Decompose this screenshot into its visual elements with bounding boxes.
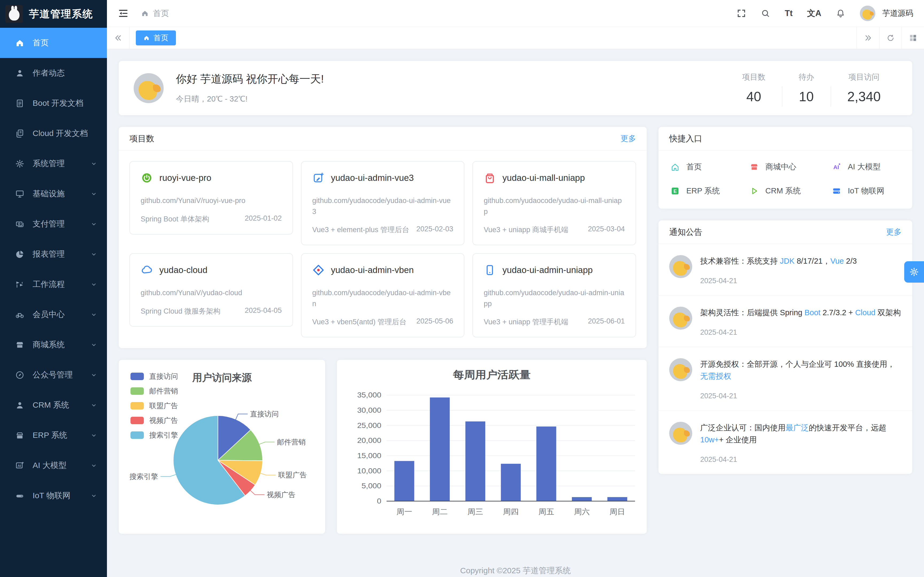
quick-entry-iot[interactable]: IoT 物联网	[832, 185, 900, 196]
quick-entry-erp[interactable]: EERP 系统	[670, 185, 750, 196]
layout-grid-button[interactable]	[901, 27, 924, 49]
projects-panel: 项目数 更多 ruoyi-vue-progithub.com/YunaiV/ru…	[119, 127, 647, 348]
notice-date: 2025-04-21	[700, 392, 901, 400]
welcome-card: 你好 芋道源码 祝你开心每一天! 今日晴，20℃ - 32℃! 项目数40待办1…	[119, 61, 912, 115]
chevron-down-icon	[90, 160, 98, 168]
project-card-yudao-ui-admin-uniapp[interactable]: yudao-ui-admin-uniappgithub.com/yudaocod…	[472, 253, 636, 337]
refresh-icon	[886, 34, 895, 42]
sidebar-menu: 首页作者动态Boot 开发文档Cloud 开发文档系统管理基础设施支付管理报表管…	[0, 28, 107, 511]
svg-text:视频广告: 视频广告	[267, 491, 296, 499]
quick-entry-label: 商城中心	[766, 162, 796, 172]
sidebar-item-label: 作者动态	[32, 68, 98, 79]
project-card-yudao-ui-mall-uniapp[interactable]: yudao-ui-mall-uniappgithub.com/yudaocode…	[472, 161, 636, 245]
user-name[interactable]: 芋道源码	[882, 8, 913, 19]
monitor-icon	[15, 189, 24, 199]
notices-more-link[interactable]: 更多	[886, 227, 901, 237]
notification-bell-icon[interactable]	[836, 8, 845, 18]
tabs-scroll-right-button[interactable]	[857, 27, 879, 49]
pie-chart-card: 用户访问来源 直接访问邮件营销联盟广告视频广告搜索引擎 直接访问邮件营销联盟广告…	[119, 360, 325, 534]
project-name: yudao-cloud	[159, 265, 207, 275]
quick-entry-mall-center[interactable]: 商城中心	[750, 162, 832, 172]
notice-avatar	[669, 255, 692, 278]
search-icon[interactable]	[761, 8, 770, 18]
tabs-scroll-left-button[interactable]	[107, 27, 129, 49]
project-desc: Spring Cloud 微服务架构	[141, 306, 221, 316]
projects-title: 项目数	[129, 133, 154, 144]
user-avatar[interactable]	[860, 6, 876, 21]
legend-item[interactable]: 联盟广告	[131, 401, 178, 411]
notice-title: 架构灵活性：后端提供 Spring Boot 2.7/3.2 + Cloud 双…	[700, 307, 901, 319]
qai-icon: AI	[832, 162, 842, 172]
quick-entry-crm[interactable]: CRM 系统	[750, 185, 832, 196]
user-avatar-large	[134, 73, 164, 103]
grid-icon	[908, 34, 918, 42]
bike-icon	[15, 310, 24, 319]
project-card-yudao-cloud[interactable]: yudao-cloudgithub.com/YunaiV/yudao-cloud…	[129, 253, 293, 327]
legend-label: 搜索引擎	[149, 430, 178, 440]
page-content: 你好 芋道源码 祝你开心每一天! 今日晴，20℃ - 32℃! 项目数40待办1…	[107, 49, 924, 577]
sidebar-item-cloud-docs[interactable]: Cloud 开发文档	[0, 118, 107, 148]
chevron-down-icon	[90, 341, 98, 349]
sidebar-item-erp[interactable]: ERP 系统	[0, 420, 107, 450]
notice-item[interactable]: 开源免授权：全部开源，个人与企业可 100% 直接使用，无需授权2025-04-…	[659, 347, 912, 410]
project-desc: Vue3 + element-plus 管理后台	[312, 225, 409, 235]
project-card-ruoyi-vue-pro[interactable]: ruoyi-vue-progithub.com/YunaiV/ruoyi-vue…	[129, 161, 293, 235]
refresh-button[interactable]	[879, 27, 901, 49]
sidebar-item-report[interactable]: 报表管理	[0, 239, 107, 269]
fullscreen-icon[interactable]	[737, 8, 746, 18]
sidebar-item-mall[interactable]: 商城系统	[0, 330, 107, 360]
sidebar-item-member[interactable]: 会员中心	[0, 300, 107, 330]
settings-float-button[interactable]	[904, 261, 924, 283]
svg-text:联盟广告: 联盟广告	[278, 471, 307, 479]
sidebar-item-boot-docs[interactable]: Boot 开发文档	[0, 88, 107, 118]
project-card-yudao-ui-admin-vue3[interactable]: yudao-ui-admin-vue3github.com/yudaocode/…	[301, 161, 465, 245]
topbar-actions: Tt 文A 芋道源码	[737, 6, 913, 21]
sidebar-item-label: 支付管理	[32, 219, 90, 229]
sidebar-item-author-news[interactable]: 作者动态	[0, 58, 107, 88]
legend-item[interactable]: 直接访问	[131, 372, 178, 381]
language-button[interactable]: 文A	[807, 8, 821, 19]
app-logo[interactable]: 芋道管理系统	[0, 0, 107, 28]
qcrm-icon	[750, 186, 759, 196]
notice-item[interactable]: 技术兼容性：系统支持 JDK 8/17/21，Vue 2/32025-04-21	[659, 244, 912, 295]
notice-date: 2025-04-21	[700, 456, 901, 464]
sidebar-item-workflow[interactable]: 工作流程	[0, 269, 107, 300]
sidebar-item-home[interactable]: 首页	[0, 28, 107, 58]
user-icon	[15, 68, 24, 78]
sidebar-item-label: 首页	[32, 37, 98, 48]
sidebar-item-payment[interactable]: 支付管理	[0, 209, 107, 239]
project-url: github.com/yudaocode/yudao-ui-admin-vben	[312, 287, 454, 309]
notice-item[interactable]: 广泛企业认可：国内使用最广泛的快速开发平台，远超 10w++ 企业使用2025-…	[659, 410, 912, 474]
notices-list: 技术兼容性：系统支持 JDK 8/17/21，Vue 2/32025-04-21…	[659, 244, 912, 474]
sidebar-item-system[interactable]: 系统管理	[0, 148, 107, 179]
sidebar-item-iot[interactable]: IoT 物联网	[0, 480, 107, 511]
tab-home[interactable]: 首页	[136, 31, 176, 45]
legend-item[interactable]: 搜索引擎	[131, 430, 178, 440]
pie-legend: 直接访问邮件营销联盟广告视频广告搜索引擎	[131, 372, 178, 440]
sidebar-item-label: 公众号管理	[32, 369, 90, 380]
sidebar-item-infra[interactable]: 基础设施	[0, 179, 107, 209]
svg-text:E: E	[674, 189, 677, 194]
font-size-button[interactable]: Tt	[785, 8, 792, 18]
legend-item[interactable]: 邮件营销	[131, 386, 178, 396]
project-card-yudao-ui-admin-vben[interactable]: yudao-ui-admin-vbengithub.com/yudaocode/…	[301, 253, 465, 337]
sidebar-item-mp[interactable]: 公众号管理	[0, 360, 107, 390]
svg-text:25,000: 25,000	[357, 421, 381, 430]
qiot-icon	[832, 186, 842, 196]
sidebar-item-crm[interactable]: CRM 系统	[0, 390, 107, 420]
breadcrumb-item[interactable]: 首页	[153, 8, 169, 19]
projects-more-link[interactable]: 更多	[620, 133, 636, 144]
notice-item[interactable]: 架构灵活性：后端提供 Spring Boot 2.7/3.2 + Cloud 双…	[659, 295, 912, 347]
quick-entry-home[interactable]: 首页	[670, 162, 750, 172]
collapse-menu-icon[interactable]	[118, 8, 129, 19]
project-date: 2025-02-03	[416, 225, 453, 235]
sidebar-item-ai[interactable]: AIAI 大模型	[0, 450, 107, 480]
legend-label: 联盟广告	[149, 401, 178, 411]
projects-grid: ruoyi-vue-progithub.com/YunaiV/ruoyi-vue…	[119, 150, 647, 348]
legend-item[interactable]: 视频广告	[131, 416, 178, 425]
sidebar-item-label: Cloud 开发文档	[32, 128, 98, 139]
quick-entry-ai-model[interactable]: AIAI 大模型	[832, 162, 900, 172]
legend-label: 视频广告	[149, 416, 178, 425]
project-name: yudao-ui-mall-uniapp	[502, 173, 585, 183]
iot-icon	[15, 491, 24, 501]
